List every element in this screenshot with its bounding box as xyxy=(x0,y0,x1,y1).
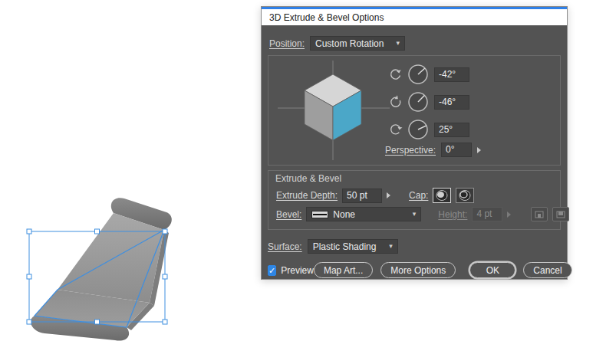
chevron-down-icon: ▾ xyxy=(389,243,393,250)
rotate-y-icon xyxy=(387,93,404,110)
chevron-down-icon: ▾ xyxy=(413,211,417,218)
position-dropdown[interactable]: Custom Rotation ▾ xyxy=(310,36,405,51)
surface-value: Plastic Shading xyxy=(313,241,377,252)
rotate-y-dial[interactable] xyxy=(407,90,430,113)
bevel-extent-out-icon xyxy=(534,210,545,219)
cap-off-button[interactable] xyxy=(456,188,474,203)
cap-label: Cap: xyxy=(409,190,428,201)
selection-handle-mid-right[interactable] xyxy=(163,274,167,279)
height-field: 4 pt xyxy=(472,207,502,221)
more-options-button[interactable]: More Options xyxy=(380,262,456,278)
selection-handle-bottom-left[interactable] xyxy=(27,320,31,324)
bevel-none-swatch-icon xyxy=(311,211,328,218)
bevel-extent-out-button xyxy=(531,207,548,221)
chair-backrest-face xyxy=(58,213,164,303)
bevel-value: None xyxy=(333,209,355,220)
chevron-down-icon: ▾ xyxy=(397,40,400,47)
rotate-x-icon xyxy=(390,68,402,80)
dialog-body: Position: Custom Rotation ▾ xyxy=(262,25,567,286)
bevel-label: Bevel: xyxy=(276,209,301,220)
selection-handle-bottom-right[interactable] xyxy=(163,320,167,324)
3d-extrude-bevel-dialog: 3D Extrude & Bevel Options Position: Cus… xyxy=(261,6,568,280)
rotation-group: -42° -46° xyxy=(268,55,561,166)
map-art-button[interactable]: Map Art... xyxy=(314,262,373,278)
position-label: Position: xyxy=(269,38,305,49)
height-label: Height: xyxy=(438,209,467,220)
extrude-depth-label: Extrude Depth: xyxy=(276,190,338,201)
chevron-right-icon[interactable] xyxy=(477,147,481,153)
dialog-titlebar[interactable]: 3D Extrude & Bevel Options xyxy=(262,7,567,25)
rotate-x-value-field[interactable]: -42° xyxy=(434,67,469,82)
chair-artwork[interactable] xyxy=(14,189,190,349)
chevron-right-icon xyxy=(507,212,511,218)
cap-on-icon xyxy=(435,189,449,202)
cap-off-icon xyxy=(458,189,472,202)
ok-button[interactable]: OK xyxy=(469,262,515,278)
position-value: Custom Rotation xyxy=(315,38,384,49)
perspective-label: Perspective: xyxy=(385,145,436,156)
selection-handle-top-mid[interactable] xyxy=(95,229,100,234)
preview-checkbox[interactable]: ✓ xyxy=(268,265,276,276)
rotate-z-icon xyxy=(387,121,403,137)
rotate-z-value-field[interactable]: 25° xyxy=(434,123,469,137)
bevel-dropdown[interactable]: None ▾ xyxy=(306,207,421,221)
perspective-value-field[interactable]: 0° xyxy=(441,143,472,157)
rotate-x-dial[interactable] xyxy=(407,63,430,86)
rotate-y-value-field[interactable]: -46° xyxy=(434,95,469,110)
surface-dropdown[interactable]: Plastic Shading ▾ xyxy=(308,239,398,254)
extrude-bevel-group: Extrude & Bevel Extrude Depth: 50 pt Cap… xyxy=(268,170,561,230)
bevel-extent-in-icon xyxy=(555,210,566,219)
selection-handle-bottom-mid[interactable] xyxy=(95,320,100,324)
bevel-extent-in-button xyxy=(552,207,569,221)
dialog-title: 3D Extrude & Bevel Options xyxy=(269,12,384,23)
rotate-z-dial[interactable] xyxy=(407,118,430,141)
chevron-right-icon[interactable] xyxy=(387,192,390,198)
rotation-cube-preview[interactable] xyxy=(268,56,399,165)
selection-handle-top-left[interactable] xyxy=(27,229,31,234)
cancel-button[interactable]: Cancel xyxy=(523,262,571,278)
cap-on-button[interactable] xyxy=(433,188,451,203)
check-icon: ✓ xyxy=(268,266,275,275)
extrude-depth-field[interactable]: 50 pt xyxy=(342,189,382,203)
extrude-bevel-section-title: Extrude & Bevel xyxy=(275,173,341,184)
selection-handle-mid-left[interactable] xyxy=(27,274,31,279)
selection-handle-top-right[interactable] xyxy=(163,229,167,234)
preview-label: Preview xyxy=(281,265,314,276)
surface-label: Surface: xyxy=(268,241,302,252)
